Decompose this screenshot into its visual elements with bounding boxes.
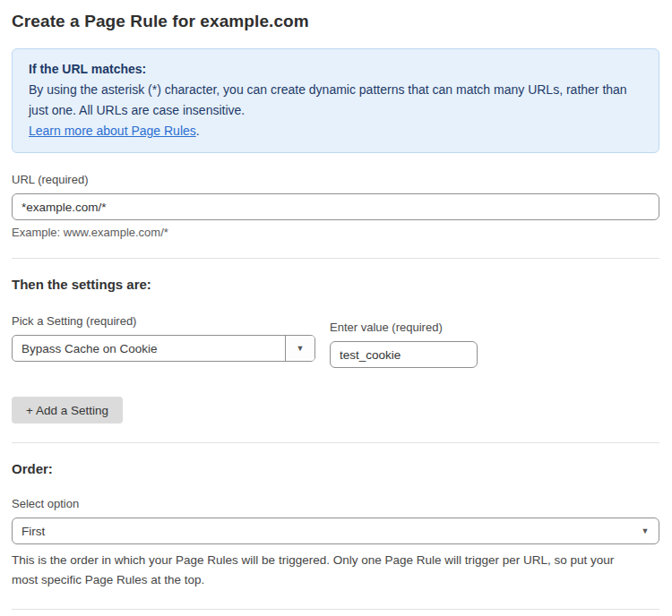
info-box-body: By using the asterisk (*) character, you… bbox=[29, 80, 642, 121]
setting-value-column: Enter value (required) bbox=[330, 321, 478, 368]
link-period: . bbox=[196, 124, 200, 138]
order-section-heading: Order: bbox=[12, 461, 659, 476]
url-example-text: Example: www.example.com/* bbox=[12, 226, 659, 239]
add-setting-button[interactable]: + Add a Setting bbox=[12, 397, 123, 424]
order-select-label: Select option bbox=[12, 497, 659, 510]
setting-select-value: Bypass Cache on Cookie bbox=[13, 342, 285, 355]
order-help-text: This is the order in which your Page Rul… bbox=[12, 551, 639, 590]
divider-before-footer bbox=[12, 609, 659, 610]
settings-section-heading: Then the settings are: bbox=[12, 277, 659, 292]
settings-row: Pick a Setting (required) Bypass Cache o… bbox=[12, 314, 659, 368]
setting-picker-label: Pick a Setting (required) bbox=[12, 314, 330, 328]
setting-select-arrow-segment[interactable]: ▼ bbox=[285, 336, 314, 361]
page-title: Create a Page Rule for example.com bbox=[12, 12, 659, 31]
divider-after-settings bbox=[12, 442, 659, 443]
info-box-heading: If the URL matches: bbox=[29, 59, 642, 80]
setting-picker-column: Pick a Setting (required) Bypass Cache o… bbox=[12, 314, 330, 368]
learn-more-link[interactable]: Learn more about Page Rules bbox=[29, 124, 196, 138]
order-select-arrow: ▼ bbox=[632, 527, 659, 535]
setting-value-label: Enter value (required) bbox=[330, 321, 478, 334]
chevron-down-icon: ▼ bbox=[297, 345, 305, 353]
order-select-value: First bbox=[13, 525, 632, 538]
url-field-label: URL (required) bbox=[12, 173, 659, 186]
url-match-info-box: If the URL matches: By using the asteris… bbox=[12, 48, 659, 153]
divider-after-url bbox=[12, 258, 659, 259]
url-input[interactable] bbox=[12, 193, 659, 220]
setting-value-input[interactable] bbox=[330, 341, 478, 368]
order-select[interactable]: First ▼ bbox=[12, 518, 659, 544]
info-box-link-line: Learn more about Page Rules. bbox=[29, 121, 642, 141]
chevron-down-icon: ▼ bbox=[642, 527, 650, 535]
setting-select[interactable]: Bypass Cache on Cookie ▼ bbox=[12, 335, 315, 362]
